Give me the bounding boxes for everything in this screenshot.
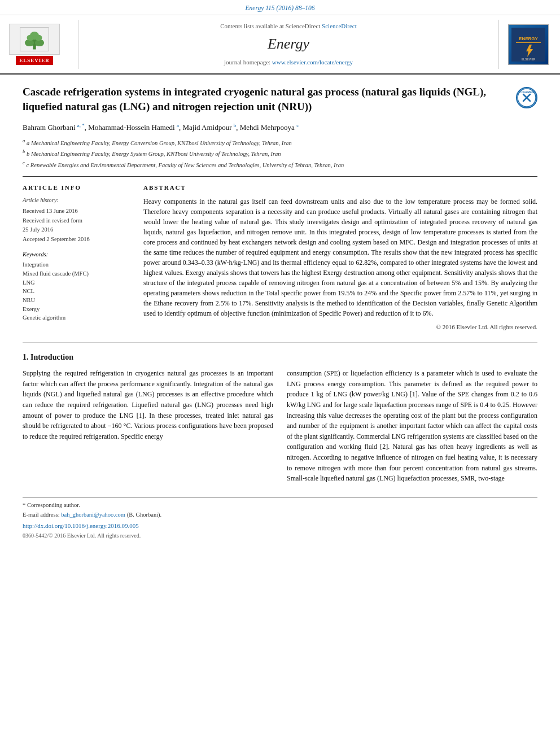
keywords-section: Keywords: Integration Mixed fluid cascad… (23, 251, 130, 323)
article-title-section: Cascade refrigeration systems in integra… (23, 85, 537, 113)
journal-homepage-line: journal homepage: www.elsevier.com/locat… (224, 58, 353, 67)
journal-name-title: Energy (268, 34, 309, 54)
article-history-label: Article history: (23, 196, 130, 205)
author-bahram: Bahram Ghorbani a, * (23, 123, 85, 132)
elsevier-logo: ELSEVIER (9, 24, 60, 65)
svg-text:ELSEVIER: ELSEVIER (522, 58, 536, 61)
elsevier-logo-section: ELSEVIER (9, 20, 71, 69)
article-info-header: ARTICLE INFO (23, 184, 130, 192)
received-revised-label: Received in revised form (23, 217, 130, 225)
svg-rect-10 (516, 42, 541, 43)
section-label: Introduction (30, 353, 73, 361)
keywords-label: Keywords: (23, 251, 130, 259)
affiliations-section: a a Mechanical Engineering Faculty, Ener… (23, 137, 537, 169)
article-body-section: ARTICLE INFO Article history: Received 1… (23, 176, 537, 332)
intro-right-column: consumption (SPE) or liquefaction effici… (287, 368, 537, 488)
section-number: 1. (23, 353, 29, 361)
accepted-date: Accepted 2 September 2016 (23, 235, 130, 244)
author-mohammad: Mohammad-Hossein Hamedi a (88, 123, 179, 132)
doi-line: http://dx.doi.org/10.1016/j.energy.2016.… (23, 522, 537, 530)
science-direct-line: Contents lists available at ScienceDirec… (220, 22, 357, 30)
energy-logo-box: ENERGY ELSEVIER (508, 24, 549, 65)
crossmark-badge[interactable]: CrossMark (516, 87, 537, 108)
keyword-lng: LNG (23, 279, 130, 287)
affiliation-c: c c Renewable Energies and Environmental… (23, 159, 537, 169)
elsevier-label: ELSEVIER (16, 56, 53, 65)
affiliation-a: a a Mechanical Engineering Faculty, Ener… (23, 137, 537, 147)
homepage-link[interactable]: www.elsevier.com/locate/energy (272, 59, 353, 65)
keyword-mfc: Mixed fluid cascade (MFC) (23, 270, 130, 278)
corresponding-author-note: * Corresponding author. (23, 501, 537, 510)
email-label: E-mail address: (23, 512, 61, 518)
journal-header-center: Contents lists available at ScienceDirec… (78, 20, 499, 69)
author-majid: Majid Amidpour b (182, 123, 236, 132)
keyword-exergy: Exergy (23, 305, 130, 314)
svg-point-6 (35, 34, 42, 41)
tree-icon (18, 27, 51, 52)
keyword-nru: NRU (23, 296, 130, 305)
introduction-title: 1. Introduction (23, 352, 537, 363)
introduction-text-columns: Supplying the required refrigeration in … (23, 368, 537, 488)
top-bar: Energy 115 (2016) 88–106 (0, 0, 560, 15)
science-direct-link[interactable]: ScienceDirect (322, 23, 357, 29)
intro-left-text: Supplying the required refrigeration in … (23, 368, 273, 442)
article-info-column: ARTICLE INFO Article history: Received 1… (23, 184, 130, 332)
svg-text:CrossMark: CrossMark (519, 90, 534, 94)
intro-left-column: Supplying the required refrigeration in … (23, 368, 273, 488)
citation-text: Energy 115 (2016) 88–106 (246, 5, 315, 11)
email-note: E-mail address: bah_ghorbani@yahoo.com (… (23, 511, 537, 519)
abstract-column: ABSTRACT Heavy components in the natural… (143, 184, 537, 332)
section-divider (23, 342, 537, 343)
email-link[interactable]: bah_ghorbani@yahoo.com (61, 512, 125, 518)
abstract-paragraph: Heavy components in the natural gas itse… (143, 196, 537, 318)
article-title: Cascade refrigeration systems in integra… (23, 85, 516, 113)
keyword-integration: Integration (23, 261, 130, 269)
journal-header: ELSEVIER Contents lists available at Sci… (0, 15, 560, 75)
doi-link[interactable]: http://dx.doi.org/10.1016/j.energy.2016.… (23, 522, 139, 529)
svg-rect-8 (511, 28, 545, 62)
crossmark-icon: CrossMark (517, 88, 536, 107)
energy-logo-icon: ENERGY ELSEVIER (511, 28, 545, 62)
journal-header-right: ENERGY ELSEVIER (506, 20, 551, 69)
copyright-line: © 2016 Elsevier Ltd. All rights reserved… (143, 323, 537, 331)
contents-label: Contents lists available at ScienceDirec… (220, 23, 320, 29)
homepage-label: journal homepage: (224, 59, 270, 65)
author-mehdi: Mehdi Mehrpooya c (240, 123, 299, 132)
received-date: Received 13 June 2016 (23, 207, 130, 216)
keyword-ncl: NCL (23, 287, 130, 296)
affiliation-b: b b Mechanical Engineering Faculty, Ener… (23, 148, 537, 158)
email-author: (B. Ghorbani). (127, 512, 162, 518)
issn-line: 0360-5442/© 2016 Elsevier Ltd. All right… (23, 532, 537, 540)
footnote-section: * Corresponding author. E-mail address: … (23, 497, 537, 540)
revised-date: 25 July 2016 (23, 226, 130, 234)
authors-line: Bahram Ghorbani a, *, Mohammad-Hossein H… (23, 122, 537, 133)
elsevier-tree-image (9, 24, 60, 55)
main-content: Cascade refrigeration systems in integra… (0, 75, 560, 552)
svg-text:ENERGY: ENERGY (519, 36, 538, 41)
introduction-section: 1. Introduction Supplying the required r… (23, 352, 537, 488)
svg-point-5 (27, 34, 34, 41)
keyword-genetic: Genetic algorithm (23, 314, 130, 322)
abstract-header: ABSTRACT (143, 184, 537, 192)
intro-right-text: consumption (SPE) or liquefaction effici… (287, 368, 537, 484)
abstract-text: Heavy components in the natural gas itse… (143, 196, 537, 318)
